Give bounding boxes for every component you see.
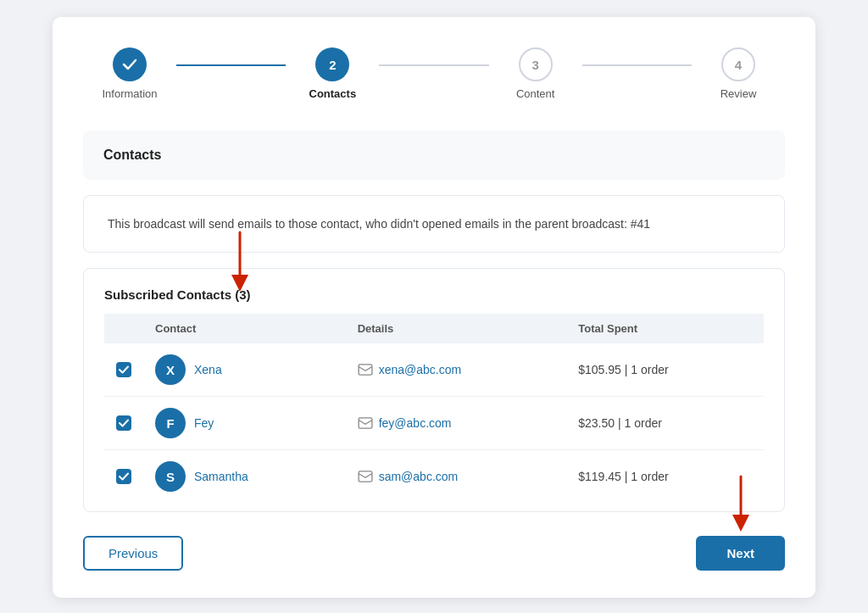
svg-rect-1 bbox=[359, 365, 372, 375]
avatar-1: F bbox=[155, 408, 186, 438]
section-card: Contacts bbox=[83, 131, 785, 180]
connector-3 bbox=[582, 64, 692, 66]
contact-cell-2: S Samantha bbox=[143, 450, 346, 504]
page-container: Information 2 Contacts 3 Content 4 Revie… bbox=[53, 17, 815, 598]
connector-1 bbox=[176, 64, 286, 66]
info-text: This broadcast will send emails to those… bbox=[108, 217, 650, 231]
details-cell-2: sam@abc.com bbox=[346, 450, 567, 504]
total-spent-cell-0: $105.95 | 1 order bbox=[566, 343, 764, 397]
step-contacts: 2 Contacts bbox=[286, 47, 379, 100]
email-address-1[interactable]: fey@abc.com bbox=[379, 416, 452, 430]
col-header-contact: Contact bbox=[143, 314, 346, 343]
total-spent-value-2: $119.45 | 1 order bbox=[578, 470, 668, 483]
svg-rect-3 bbox=[359, 471, 372, 482]
section-title: Contacts bbox=[103, 148, 765, 163]
step-content: 3 Content bbox=[489, 47, 582, 100]
svg-rect-2 bbox=[359, 418, 372, 428]
svg-marker-4 bbox=[732, 515, 749, 532]
email-icon-2 bbox=[358, 471, 373, 482]
contact-cell-0: X Xena bbox=[143, 343, 346, 397]
previous-button[interactable]: Previous bbox=[83, 536, 183, 571]
checkbox-1[interactable] bbox=[116, 415, 131, 431]
step-circle-content: 3 bbox=[519, 47, 553, 81]
red-arrow-svg bbox=[214, 228, 265, 296]
next-red-arrow-svg bbox=[720, 472, 762, 536]
table-row: X Xena xena@abc.com $105.95 | 1 order bbox=[104, 343, 764, 397]
total-spent-value-1: $23.50 | 1 order bbox=[578, 416, 662, 430]
email-icon-1 bbox=[358, 417, 373, 429]
contacts-table: Contact Details Total Spent X Xena xena@… bbox=[104, 314, 764, 503]
email-cell-2: sam@abc.com bbox=[358, 470, 555, 483]
checkbox-2[interactable] bbox=[116, 469, 131, 484]
details-cell-0: xena@abc.com bbox=[346, 343, 567, 397]
step-label-information: Information bbox=[102, 87, 157, 100]
table-row: F Fey fey@abc.com $23.50 | 1 order bbox=[104, 397, 764, 450]
step-circle-review: 4 bbox=[721, 47, 755, 81]
contacts-panel: Subscribed Contacts (3) Contact Details … bbox=[83, 268, 785, 512]
col-header-total-spent: Total Spent bbox=[566, 314, 764, 343]
checkbox-cell-0 bbox=[104, 343, 143, 397]
table-header-row: Contact Details Total Spent bbox=[104, 314, 764, 343]
step-circle-information bbox=[113, 47, 147, 81]
checkbox-0[interactable] bbox=[116, 362, 131, 377]
email-cell-0: xena@abc.com bbox=[358, 363, 555, 376]
info-box: This broadcast will send emails to those… bbox=[83, 195, 785, 253]
avatar-0: X bbox=[155, 354, 186, 385]
contact-cell-1: F Fey bbox=[143, 397, 346, 450]
email-address-2[interactable]: sam@abc.com bbox=[379, 470, 459, 483]
table-row: S Samantha sam@abc.com $119.45 | 1 order bbox=[104, 450, 764, 504]
email-address-0[interactable]: xena@abc.com bbox=[379, 363, 461, 376]
svg-marker-0 bbox=[231, 275, 248, 292]
checkbox-cell-2 bbox=[104, 450, 143, 504]
stepper: Information 2 Contacts 3 Content 4 Revie… bbox=[83, 47, 785, 100]
navigation-row: Previous Next bbox=[83, 536, 785, 571]
contact-name-2[interactable]: Samantha bbox=[194, 470, 248, 483]
email-cell-1: fey@abc.com bbox=[358, 416, 555, 430]
step-information: Information bbox=[83, 47, 176, 100]
col-header-details: Details bbox=[346, 314, 567, 343]
col-header-checkbox bbox=[104, 314, 143, 343]
contact-name-1[interactable]: Fey bbox=[194, 416, 214, 430]
step-label-review: Review bbox=[721, 87, 757, 100]
avatar-2: S bbox=[155, 461, 186, 492]
step-review: 4 Review bbox=[692, 47, 785, 100]
step-label-content: Content bbox=[516, 87, 555, 100]
total-spent-value-0: $105.95 | 1 order bbox=[578, 363, 668, 376]
email-icon-0 bbox=[358, 364, 373, 376]
step-circle-contacts: 2 bbox=[315, 47, 349, 81]
contact-name-0[interactable]: Xena bbox=[194, 363, 222, 376]
contacts-panel-title: Subscribed Contacts (3) bbox=[104, 287, 764, 302]
details-cell-1: fey@abc.com bbox=[346, 397, 567, 450]
step-label-contacts: Contacts bbox=[309, 87, 357, 100]
checkbox-cell-1 bbox=[104, 397, 143, 450]
total-spent-cell-1: $23.50 | 1 order bbox=[566, 397, 764, 450]
next-button[interactable]: Next bbox=[696, 536, 785, 571]
connector-2 bbox=[379, 64, 488, 66]
next-button-wrapper: Next bbox=[696, 536, 785, 571]
